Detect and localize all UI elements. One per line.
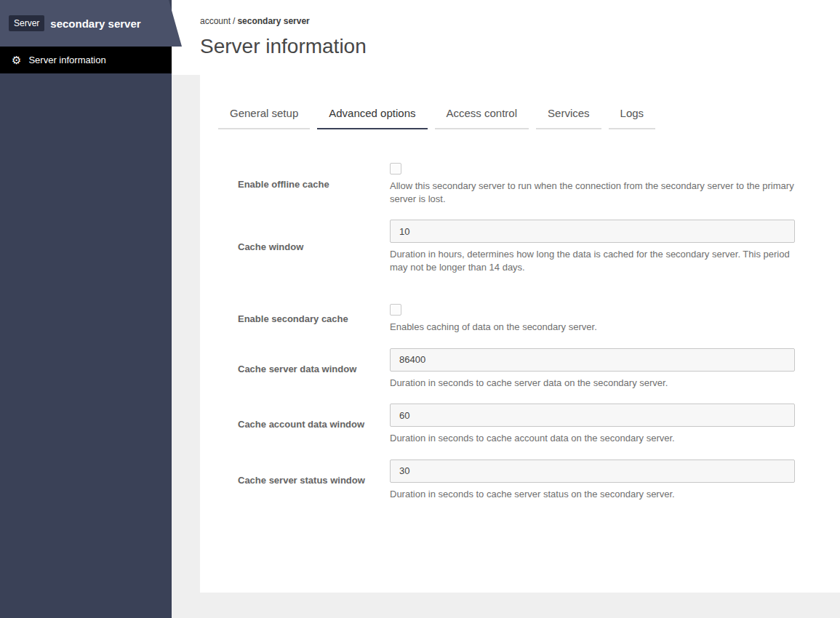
field-label: Cache server status window — [218, 475, 390, 486]
content-backdrop: General setup Advanced options Access co… — [172, 75, 840, 618]
cache-server-status-window-input[interactable] — [390, 460, 795, 483]
server-information-card: General setup Advanced options Access co… — [200, 75, 840, 593]
field-description: Duration in seconds to cache server data… — [390, 377, 795, 390]
tab-access-control[interactable]: Access control — [435, 107, 529, 129]
main-header: account/secondary server Server informat… — [172, 0, 840, 75]
field-label: Cache account data window — [218, 419, 390, 430]
main-area: account/secondary server Server informat… — [172, 0, 840, 618]
gear-icon: ⚙ — [12, 54, 21, 67]
advanced-options-form: Enable offline cache Allow this secondar… — [218, 163, 840, 500]
tab-bar: General setup Advanced options Access co… — [218, 107, 840, 129]
field-control: Allow this secondary server to run when … — [390, 163, 840, 205]
field-label: Enable secondary cache — [218, 313, 390, 324]
breadcrumb-account-link[interactable]: account — [200, 16, 231, 26]
cache-server-data-window-input[interactable] — [390, 348, 795, 372]
sidebar: Server secondary server ⚙ Server informa… — [0, 0, 172, 618]
field-description: Duration in seconds to cache server stat… — [390, 488, 795, 501]
form-row-cache-server-status-window: Cache server status window Duration in s… — [218, 460, 840, 501]
cache-window-input[interactable] — [390, 220, 795, 243]
form-row-cache-window: Cache window Duration in hours, determin… — [218, 220, 840, 273]
field-control: Duration in seconds to cache account dat… — [390, 404, 840, 445]
field-control: Duration in hours, determines how long t… — [390, 220, 840, 273]
sidebar-item-server-information[interactable]: ⚙ Server information — [0, 47, 172, 73]
breadcrumb-separator: / — [233, 16, 235, 26]
field-description: Enables caching of data on the secondary… — [390, 321, 795, 334]
form-row-enable-offline-cache: Enable offline cache Allow this secondar… — [218, 163, 840, 205]
field-label: Enable offline cache — [218, 179, 390, 190]
breadcrumb-current: secondary server — [237, 16, 309, 26]
form-row-cache-account-data-window: Cache account data window Duration in se… — [218, 404, 840, 445]
sidebar-item-label: Server information — [28, 55, 105, 65]
server-badge: Server — [9, 15, 44, 31]
app-window: Server secondary server ⚙ Server informa… — [0, 0, 840, 618]
field-control: Enables caching of data on the secondary… — [390, 304, 840, 334]
enable-secondary-cache-checkbox[interactable] — [390, 304, 401, 316]
sidebar-server-title: secondary server — [50, 17, 140, 30]
enable-offline-cache-checkbox[interactable] — [390, 163, 401, 174]
sidebar-header: Server secondary server — [0, 0, 182, 47]
tab-logs[interactable]: Logs — [609, 107, 656, 129]
page-title: Server information — [200, 35, 840, 58]
field-description: Duration in hours, determines how long t… — [390, 248, 795, 273]
field-label: Cache window — [218, 241, 390, 252]
tab-services[interactable]: Services — [536, 107, 601, 129]
field-description: Duration in seconds to cache account dat… — [390, 432, 795, 445]
field-control: Duration in seconds to cache server data… — [390, 348, 840, 390]
tab-advanced-options[interactable]: Advanced options — [317, 107, 427, 129]
form-row-enable-secondary-cache: Enable secondary cache Enables caching o… — [218, 304, 840, 334]
breadcrumb: account/secondary server — [200, 16, 840, 26]
field-control: Duration in seconds to cache server stat… — [390, 460, 840, 501]
field-description: Allow this secondary server to run when … — [390, 180, 795, 205]
form-row-cache-server-data-window: Cache server data window Duration in sec… — [218, 348, 840, 390]
field-label: Cache server data window — [218, 364, 390, 374]
tab-general-setup[interactable]: General setup — [218, 107, 310, 129]
cache-account-data-window-input[interactable] — [390, 404, 795, 427]
